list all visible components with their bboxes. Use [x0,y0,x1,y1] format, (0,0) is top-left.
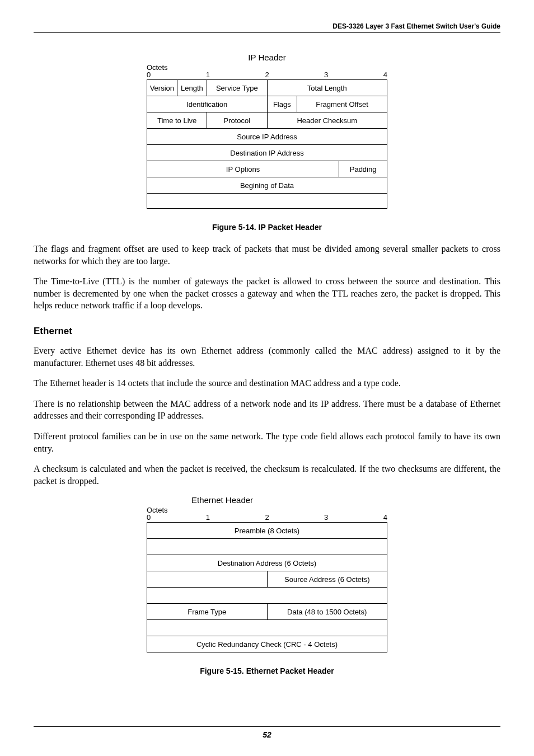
cell-protocol: Protocol [207,112,267,129]
cell-length: Length [177,80,207,96]
figure-caption: Figure 5-14. IP Packet Header [34,223,500,232]
cell-preamble: Preamble (8 Octets) [147,523,387,539]
table-row: Source Address (6 Octets) [147,571,387,588]
cell-source-addr: Source Address (6 Octets) [267,571,387,588]
octets-numbers: 0 1 2 3 4 [147,513,387,522]
eth-header-table: Preamble (8 Octets) Destination Address … [147,522,387,652]
cell-source-ip: Source IP Address [147,129,387,145]
octet-num: 0 [147,513,151,522]
table-row: Destination IP Address [147,145,387,161]
cell-empty [147,588,387,604]
table-row: Identification Flags Fragment Offset [147,96,387,112]
eth-diagram-title: Ethernet Header [191,495,387,505]
table-row [147,194,387,209]
cell-empty [147,571,268,588]
table-row: Source IP Address [147,129,387,145]
cell-dest-ip: Destination IP Address [147,145,387,161]
octet-num: 2 [265,513,269,522]
cell-crc: Cyclic Redundancy Check (CRC - 4 Octets) [147,636,387,652]
table-row: Time to Live Protocol Header Checksum [147,112,387,129]
cell-frame-type: Frame Type [147,604,268,620]
octet-num: 3 [324,71,328,79]
octet-num: 3 [324,513,328,522]
cell-empty [147,539,387,555]
section-heading: Ethernet [34,326,500,337]
ip-header-diagram: IP Header Octets 0 1 2 3 4 Version Lengt… [147,53,387,209]
octet-num: 2 [265,71,269,79]
cell-ttl: Time to Live [147,112,207,129]
cell-data: Data (48 to 1500 Octets) [267,604,387,620]
octet-num: 4 [383,71,387,79]
ip-header-table: Version Length Service Type Total Length… [147,79,387,209]
page: DES-3326 Layer 3 Fast Ethernet Switch Us… [0,0,534,756]
cell-header-checksum: Header Checksum [267,112,387,129]
paragraph: The flags and fragment offset are used t… [34,243,500,267]
cell-empty [147,620,387,636]
cell-total-length: Total Length [267,80,387,96]
cell-version: Version [147,80,177,96]
table-row [147,539,387,555]
table-row: Begining of Data [147,177,387,194]
page-footer: 52 [34,726,500,739]
paragraph: The Time-to-Live (TTL) is the number of … [34,275,500,312]
table-row: Version Length Service Type Total Length [147,80,387,96]
cell-identification: Identification [147,96,268,112]
octet-num: 1 [206,513,210,522]
octets-numbers: 0 1 2 3 4 [147,71,387,79]
product-title: DES-3326 Layer 3 Fast Ethernet Switch Us… [332,22,500,30]
table-row: Frame Type Data (48 to 1500 Octets) [147,604,387,620]
cell-fragment-offset: Fragment Offset [297,96,387,112]
footer-rule [34,726,500,727]
table-row: Cyclic Redundancy Check (CRC - 4 Octets) [147,636,387,652]
page-number: 52 [34,730,500,739]
octet-num: 1 [206,71,210,79]
paragraph: The Ethernet header is 14 octets that in… [34,377,500,389]
table-row [147,620,387,636]
figure-caption: Figure 5-15. Ethernet Packet Header [34,666,500,675]
table-row: IP Options Padding [147,161,387,177]
page-header: DES-3326 Layer 3 Fast Ethernet Switch Us… [34,22,500,33]
cell-data-begin: Begining of Data [147,177,387,194]
table-row [147,588,387,604]
table-row: Preamble (8 Octets) [147,523,387,539]
ethernet-header-diagram: Ethernet Header Octets 0 1 2 3 4 Preambl… [147,495,387,652]
paragraph: Every active Ethernet device has its own… [34,345,500,369]
cell-padding: Padding [339,161,387,177]
table-row: Destination Address (6 Octets) [147,555,387,571]
cell-empty [147,194,387,209]
octet-num: 0 [147,71,151,79]
cell-ip-options: IP Options [147,161,339,177]
cell-dest-addr: Destination Address (6 Octets) [147,555,387,571]
cell-flags: Flags [267,96,297,112]
octet-num: 4 [383,513,387,522]
cell-service-type: Service Type [207,80,267,96]
ip-diagram-title: IP Header [147,53,387,62]
paragraph: A checksum is calculated and when the pa… [34,463,500,487]
paragraph: Different protocol families can be in us… [34,430,500,454]
paragraph: There is no relationship between the MAC… [34,398,500,422]
